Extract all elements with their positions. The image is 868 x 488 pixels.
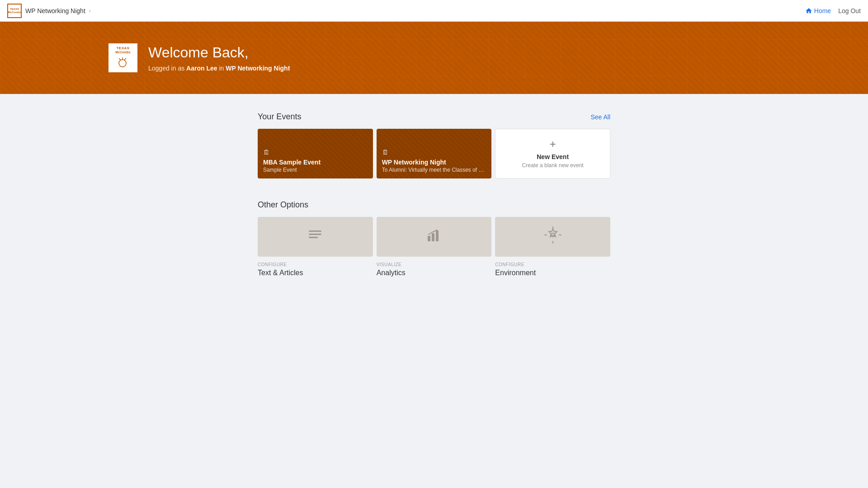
hero-text: Welcome Back, Logged in as Aaron Lee in … <box>148 44 290 72</box>
hero-subtext: Logged in as Aaron Lee in WP Networking … <box>148 65 290 72</box>
your-events-header: Your Events See All <box>258 112 610 122</box>
environment-icon <box>544 226 562 248</box>
event-card-content-2: 🗓 WP Networking Night To Alumni: Virtual… <box>377 129 492 178</box>
hero-logo-text: TEXAS McCombs <box>115 46 130 70</box>
option-label-2: Analytics <box>377 269 492 277</box>
hero-event-name: WP Networking Night <box>226 65 290 72</box>
event-title-1: MBA Sample Event <box>263 159 368 166</box>
option-card-environment[interactable]: CONFIGURE Environment <box>495 217 610 277</box>
event-title-2: WP Networking Night <box>382 159 486 166</box>
hero-username: Aaron Lee <box>186 65 217 72</box>
event-card-content-1: 🗓 MBA Sample Event Sample Event <box>258 129 373 178</box>
option-tag-3: CONFIGURE <box>495 262 610 267</box>
navbar-logo: TEXAS McCombs <box>7 4 22 18</box>
navbar-title: WP Networking Night <box>25 7 85 14</box>
event-subtitle-2: To Alumni: Virtually meet the Classes of… <box>382 167 486 173</box>
svg-rect-2 <box>309 234 321 235</box>
navbar-left: TEXAS McCombs WP Networking Night › <box>7 4 91 18</box>
new-event-card[interactable]: + New Event Create a blank new event <box>495 129 610 178</box>
svg-rect-6 <box>436 230 439 241</box>
your-events-title: Your Events <box>258 112 301 122</box>
option-label-3: Environment <box>495 269 610 277</box>
hero-middle: in <box>217 65 226 72</box>
event-calendar-icon-2: 🗓 <box>382 149 486 156</box>
event-subtitle-1: Sample Event <box>263 167 368 173</box>
events-grid: 🗓 MBA Sample Event Sample Event 🗓 WP Net… <box>258 129 610 178</box>
option-icon-area-2 <box>377 217 492 257</box>
svg-rect-1 <box>309 230 321 232</box>
navbar-right: Home Log Out <box>805 7 861 14</box>
hero-logo: TEXAS McCombs <box>108 43 137 72</box>
event-card-mba[interactable]: 🗓 MBA Sample Event Sample Event <box>258 129 373 178</box>
option-tag-1: CONFIGURE <box>258 262 373 267</box>
option-tag-2: VISUALIZE <box>377 262 492 267</box>
new-event-subtitle: Create a blank new event <box>522 162 584 169</box>
option-icon-area-1 <box>258 217 373 257</box>
hero-heading: Welcome Back, <box>148 44 290 61</box>
navbar-chevron-icon: › <box>89 8 91 14</box>
see-all-link[interactable]: See All <box>590 113 610 121</box>
navbar: TEXAS McCombs WP Networking Night › Home… <box>0 0 868 22</box>
svg-rect-4 <box>428 236 430 241</box>
home-icon <box>805 7 812 14</box>
main-content: Your Events See All 🗓 MBA Sample Event S… <box>249 94 619 295</box>
option-label-1: Text & Articles <box>258 269 373 277</box>
hero-prefix: Logged in as <box>148 65 186 72</box>
event-calendar-icon-1: 🗓 <box>263 149 368 156</box>
new-event-title: New Event <box>537 153 569 160</box>
other-options-title: Other Options <box>258 200 610 210</box>
svg-rect-3 <box>309 237 318 238</box>
svg-point-0 <box>119 60 126 67</box>
analytics-icon <box>425 226 443 248</box>
navbar-logout-button[interactable]: Log Out <box>838 7 861 14</box>
option-icon-area-3 <box>495 217 610 257</box>
navbar-home-button[interactable]: Home <box>805 7 831 14</box>
new-event-plus-icon: + <box>550 139 556 150</box>
navbar-logo-text: TEXAS McCombs <box>8 8 21 14</box>
text-articles-icon <box>306 226 324 248</box>
navbar-home-label: Home <box>814 7 831 14</box>
option-card-analytics[interactable]: VISUALIZE Analytics <box>377 217 492 277</box>
event-card-wp[interactable]: 🗓 WP Networking Night To Alumni: Virtual… <box>377 129 492 178</box>
hero-banner: TEXAS McCombs Welcome Back, Logged in as… <box>0 22 868 94</box>
options-grid: CONFIGURE Text & Articles VISUALIZE Anal… <box>258 217 610 277</box>
option-card-text-articles[interactable]: CONFIGURE Text & Articles <box>258 217 373 277</box>
svg-rect-5 <box>432 233 434 241</box>
